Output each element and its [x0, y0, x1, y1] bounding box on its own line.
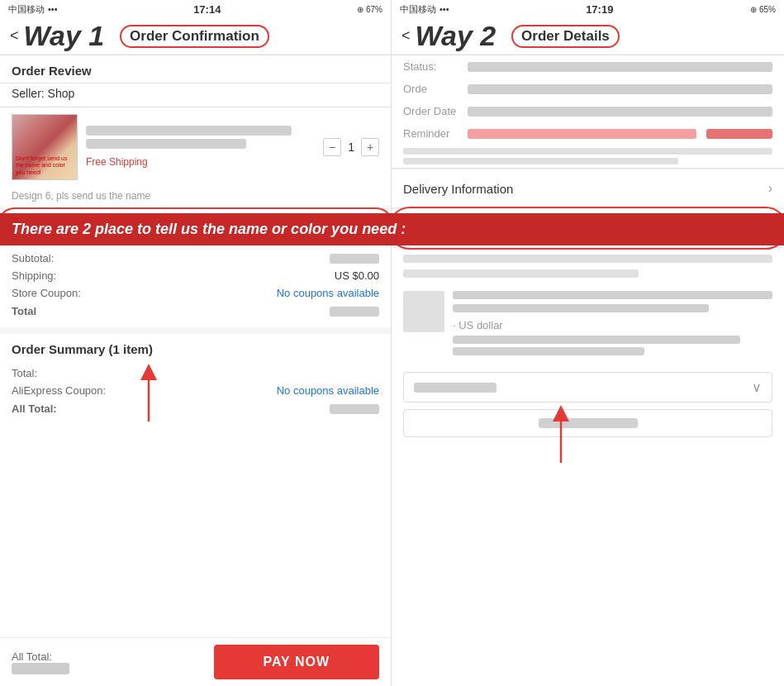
way2-label: Way 2 [416, 20, 512, 52]
select-chevron-icon: ∨ [752, 379, 762, 395]
pricing-section: Subtotal: Shipping: US $0.00 Store Coupo… [0, 243, 391, 327]
all-total-row: All Total: [12, 399, 379, 418]
dollar-text: · US dollar [453, 319, 503, 331]
right-nav-content: < Way 2 Order Details [402, 20, 620, 52]
product-image-text: Don't forget send us the name and color … [16, 155, 74, 176]
right-product-details: · US dollar [453, 291, 772, 355]
wifi-icon: ••• [48, 4, 58, 14]
store-coupon-row: Store Coupon: No coupons available [12, 284, 379, 302]
product-row: Don't forget send us the name and color … [0, 107, 391, 187]
extra-blur-2 [403, 158, 678, 164]
left-status-carrier: 中国移动 ••• [8, 3, 58, 16]
left-arrow-indicator [124, 364, 173, 430]
right-status-bar: 中国移动 ••• 17:19 ⊕ 65% [392, 0, 784, 18]
aliexpress-coupon-row: AliExpress Coupon: No coupons available [12, 382, 379, 399]
status-label: Status: [403, 60, 461, 73]
post-contact-blur-2 [403, 269, 639, 278]
total2-row: Total: [12, 364, 379, 382]
order-date-blur [468, 107, 772, 117]
free-shipping-label: Free Shipping [86, 156, 148, 168]
right-wifi-icon: ••• [440, 4, 449, 14]
right-status-time: 17:19 [586, 3, 613, 16]
order-review-title: Order Review [0, 55, 391, 83]
reminder-row: Reminder [392, 122, 784, 145]
order-info-row: Orde [392, 78, 784, 100]
back-button-right[interactable]: < [402, 27, 411, 45]
total-value [330, 307, 379, 317]
total-label: Total [12, 305, 36, 317]
delivery-chevron-icon: › [768, 181, 772, 196]
thick-divider [0, 327, 391, 334]
shipping-value: US $0.00 [335, 269, 379, 282]
input-row[interactable] [403, 409, 772, 437]
pay-now-button[interactable]: PAY NOW [214, 645, 380, 679]
right-carrier-text: 中国移动 [400, 3, 436, 16]
product-image: Don't forget send us the name and color … [12, 115, 77, 179]
right-product-thumb [403, 291, 444, 332]
way1-label: Way 1 [24, 20, 121, 52]
store-coupon-label: Store Coupon: [12, 287, 81, 299]
design-note: Design 6, pls send us the name [0, 187, 391, 208]
right-status-battery: ⊕ 65% [750, 5, 776, 14]
left-page-title: Order Confirmation [120, 25, 269, 48]
right-battery-icon: ⊕ [750, 5, 757, 14]
pay-bar-left: All Total: [12, 650, 69, 674]
qty-minus-button[interactable]: − [323, 138, 341, 156]
right-nav-bar: < Way 2 Order Details [392, 18, 784, 55]
qty-value: 1 [348, 141, 354, 154]
select-value-blur [414, 383, 497, 393]
total2-label: Total: [12, 367, 37, 379]
select-row[interactable]: ∨ [403, 372, 772, 403]
right-panel: 中国移动 ••• 17:19 ⊕ 65% < Way 2 Order Detai… [392, 0, 784, 686]
quantity-control: − 1 + [323, 138, 379, 156]
left-status-time: 17:14 [193, 3, 221, 16]
shipping-label: Shipping: [12, 269, 56, 282]
aliexpress-coupon-value: No coupons available [277, 384, 379, 397]
subtotal-row: Subtotal: [12, 250, 379, 267]
left-status-battery: ⊕ 67% [357, 5, 382, 14]
product-info: Free Shipping [86, 126, 315, 169]
right-product-blur-4 [453, 347, 644, 355]
order-value-blur [468, 84, 772, 94]
all-total2-label: All Total: [12, 650, 69, 663]
right-page-title: Order Details [511, 25, 620, 48]
battery-icon: ⊕ [357, 5, 363, 14]
qty-plus-button[interactable]: + [361, 138, 379, 156]
pay-total-amount [12, 663, 69, 674]
reminder-label: Reminder [403, 127, 461, 140]
overlay-banner: There are 2 place to tell us the name or… [0, 213, 784, 245]
back-button-left[interactable]: < [10, 27, 19, 45]
right-product-blur-2 [453, 304, 709, 312]
status-value-blur [468, 62, 772, 72]
delivery-info-row[interactable]: Delivery Information › [392, 169, 784, 208]
delivery-info-label: Delivery Information [403, 182, 513, 196]
left-nav-content: < Way 1 Order Confirmation [10, 20, 269, 52]
pay-bar: All Total: PAY NOW [0, 637, 391, 686]
all-total-label: All Total: [12, 403, 57, 415]
total-row: Total [12, 302, 379, 321]
product-desc-blur-2 [86, 139, 246, 149]
reminder-blur-pink [468, 129, 696, 139]
left-nav-bar: < Way 1 Order Confirmation [0, 18, 391, 55]
reminder-blur-red [706, 129, 772, 139]
main-container: 中国移动 ••• 17:14 ⊕ 67% < Way 1 Order Confi… [0, 0, 784, 686]
order-label: Orde [403, 83, 461, 95]
all-total-value [330, 404, 379, 414]
right-product-blur-1 [453, 291, 772, 299]
order-summary-title: Order Summary (1 item) [12, 342, 379, 356]
subtotal-label: Subtotal: [12, 252, 54, 264]
seller-row: Seller: Shop [0, 83, 391, 107]
order-summary-section: Order Summary (1 item) Total: AliExpress… [0, 334, 391, 426]
subtotal-value [330, 254, 379, 264]
right-arrow-indicator [536, 405, 586, 471]
extra-blur-1 [403, 148, 772, 155]
store-coupon-value: No coupons available [277, 287, 379, 299]
left-panel: 中国移动 ••• 17:14 ⊕ 67% < Way 1 Order Confi… [0, 0, 392, 686]
product-desc-blur-1 [86, 126, 292, 136]
right-bottom-product: · US dollar [392, 281, 784, 365]
status-info-row: Status: [392, 55, 784, 78]
right-status-carrier: 中国移动 ••• [400, 3, 449, 16]
product-thumbnail: Don't forget send us the name and color … [12, 114, 78, 180]
right-product-blur-3 [453, 336, 740, 344]
order-date-row: Order Date [392, 100, 784, 122]
